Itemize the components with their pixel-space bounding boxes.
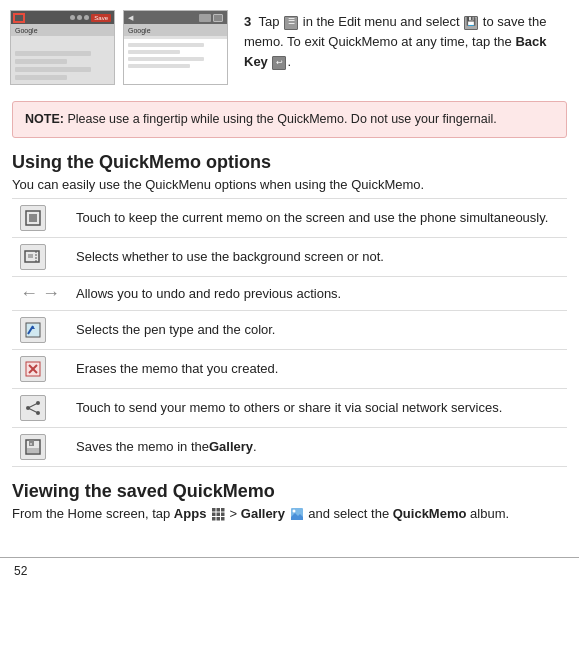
icon-cell-3: ← → (12, 276, 68, 310)
s2-line1 (128, 43, 204, 47)
viewing-section: Viewing the saved QuickMemo From the Hom… (0, 481, 579, 548)
option-desc-3: Allows you to undo and redo previous act… (68, 276, 567, 310)
svg-rect-20 (212, 508, 216, 512)
back-key-label: Back Key (244, 34, 547, 69)
option-desc-4: Selects the pen type and the color. (68, 310, 567, 349)
svg-rect-26 (212, 517, 216, 521)
table-row: Touch to keep the current memo on the sc… (12, 198, 567, 237)
screenshot-2: ◀ Google (123, 10, 228, 85)
viewing-text: From the Home screen, tap Apps > Gallery (12, 506, 567, 522)
url-bar-1: Google (11, 24, 114, 36)
edit-menu-icon: ☰ (284, 16, 298, 30)
pen-type-icon (20, 317, 46, 343)
table-row: Erases the memo that you created. (12, 349, 567, 388)
table-row: Saves the memo in theGallery. (12, 427, 567, 466)
svg-rect-24 (216, 513, 220, 517)
share-icon (20, 395, 46, 421)
line2 (15, 59, 67, 64)
url-bar-2: Google (124, 24, 227, 36)
option-desc-5: Erases the memo that you created. (68, 349, 567, 388)
memo-lines-1 (11, 39, 114, 84)
screenshot1-topbar: Save (11, 11, 114, 24)
line3 (15, 67, 91, 72)
icon-cell-6 (12, 388, 68, 427)
note-box: NOTE: Please use a fingertip while using… (12, 101, 567, 138)
icon-cell-7 (12, 427, 68, 466)
table-row: Touch to send your memo to others or sha… (12, 388, 567, 427)
keep-memo-icon (20, 205, 46, 231)
step-number: 3 (244, 14, 251, 29)
options-table: Touch to keep the current memo on the sc… (12, 198, 567, 467)
option-desc-6: Touch to send your memo to others or sha… (68, 388, 567, 427)
step3-text: 3 Tap ☰ in the Edit menu and select 💾 to… (244, 10, 561, 72)
svg-line-15 (28, 408, 38, 413)
option-desc-2: Selects whether to use the background sc… (68, 237, 567, 276)
icon-cell-1 (12, 198, 68, 237)
apps-grid-icon (211, 507, 225, 521)
note-label: NOTE: (25, 112, 64, 126)
undo-arrow-icon: ← (20, 283, 38, 304)
viewing-heading: Viewing the saved QuickMemo (12, 481, 567, 502)
save-icon: 💾 (464, 16, 478, 30)
line4 (15, 75, 67, 80)
screenshot-1: Save Google (10, 10, 115, 85)
dot1 (70, 15, 75, 20)
using-subtext: You can easily use the QuickMenu options… (12, 177, 567, 192)
gallery-bold-2: Gallery (241, 506, 285, 521)
back-key-icon: ↩ (272, 56, 286, 70)
erase-icon (20, 356, 46, 382)
svg-rect-27 (216, 517, 220, 521)
svg-rect-18 (27, 448, 39, 453)
screenshot2-content (124, 39, 227, 84)
svg-rect-1 (29, 214, 37, 222)
apps-bold: Apps (174, 506, 207, 521)
s2-line4 (128, 64, 190, 68)
quickmemo-bold: QuickMemo (393, 506, 467, 521)
svg-rect-3 (28, 254, 33, 258)
svg-rect-28 (221, 517, 225, 521)
svg-rect-21 (216, 508, 220, 512)
undo-redo-icons: ← → (20, 283, 60, 304)
dot2 (77, 15, 82, 20)
topbar-text: ◀ (128, 14, 133, 22)
table-row: ← → Allows you to undo and redo previous… (12, 276, 567, 310)
using-heading: Using the QuickMemo options (12, 152, 567, 173)
saves-text-after: . (253, 439, 257, 454)
line1 (15, 51, 91, 56)
gallery-bold: Gallery (209, 439, 253, 454)
screenshot2-topbar: ◀ (124, 11, 227, 24)
icon-cell-4 (12, 310, 68, 349)
save-highlight-icon (213, 14, 223, 22)
table-row: Selects the pen type and the color. (12, 310, 567, 349)
viewing-text-before: From the Home screen, tap (12, 506, 170, 521)
viewing-text-mid: > (230, 506, 241, 521)
svg-point-30 (292, 510, 295, 513)
top-section: Save Google ◀ Google (0, 0, 579, 95)
option-desc-7: Saves the memo in theGallery. (68, 427, 567, 466)
images-block: Save Google ◀ Google (10, 10, 228, 85)
note-text: Please use a fingertip while using the Q… (67, 112, 496, 126)
save-gallery-icon (20, 434, 46, 460)
table-row: Selects whether to use the background sc… (12, 237, 567, 276)
svg-rect-5 (26, 323, 40, 337)
save-btn-mock: Save (91, 14, 111, 22)
viewing-text-after: and select the (308, 506, 393, 521)
icon-a (199, 14, 211, 22)
viewing-text-end: album. (470, 506, 509, 521)
svg-line-14 (28, 403, 38, 408)
option-desc-1: Touch to keep the current memo on the sc… (68, 198, 567, 237)
icon-cell-5 (12, 349, 68, 388)
topbar-icons (199, 14, 223, 22)
icon-cell-2 (12, 237, 68, 276)
s2-line3 (128, 57, 204, 61)
background-icon (20, 244, 46, 270)
saves-text-before: Saves the memo in the (76, 439, 209, 454)
svg-rect-23 (212, 513, 216, 517)
dot3 (84, 15, 89, 20)
redo-arrow-icon: → (42, 283, 60, 304)
svg-rect-25 (221, 513, 225, 517)
highlight-box-1 (13, 13, 25, 23)
svg-rect-22 (221, 508, 225, 512)
s2-line2 (128, 50, 180, 54)
gallery-app-icon (290, 507, 304, 521)
